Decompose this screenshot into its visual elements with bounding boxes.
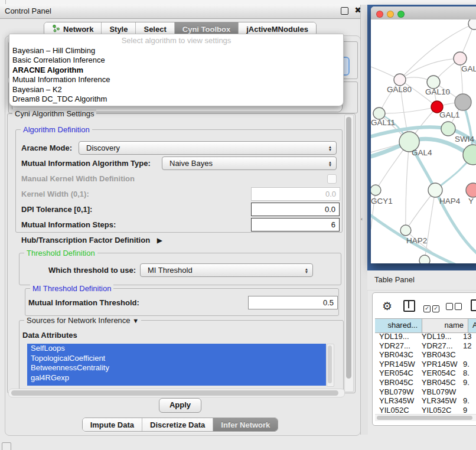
attribute-item[interactable]: gal4RGexp	[27, 373, 326, 383]
stepper-icon[interactable]: ▲▼	[327, 142, 334, 154]
bottom-tabbar: Impute DataDiscretize DataInfer Network	[82, 418, 279, 432]
columns-icon[interactable]	[403, 300, 415, 312]
attribute-item[interactable]: BetweennessCentrality	[27, 363, 326, 373]
network-edge[interactable]	[379, 107, 437, 113]
table-body: YDL19...YDL19...13YDR27...YDR27...12YBR0…	[375, 332, 476, 413]
attribute-item[interactable]: SelfLoops	[27, 344, 326, 354]
column-header[interactable]: shared...	[375, 319, 422, 332]
network-edge[interactable]	[406, 142, 409, 230]
network-node[interactable]	[428, 183, 442, 197]
dpi-tolerance-field[interactable]: 0.0	[251, 203, 340, 216]
table-cell: 9.	[459, 378, 476, 387]
algorithm-option[interactable]: Dream8 DC_TDC Algorithm	[11, 94, 342, 104]
network-edge[interactable]	[371, 190, 376, 229]
node-label: GAL80	[387, 85, 412, 94]
table-row[interactable]: YLR345WYLR345W9.	[375, 396, 476, 406]
node-label: GAL1	[439, 110, 460, 119]
attribute-item[interactable]: TopologicalCoefficient	[27, 354, 326, 364]
algorithm-dropdown: Select algorithm to view settings Bayesi…	[9, 34, 344, 106]
network-node[interactable]	[441, 122, 455, 136]
table-row[interactable]: YIL052CYIL052C9	[375, 406, 476, 413]
network-node[interactable]	[463, 145, 476, 165]
table-row[interactable]: YBR045CYBR045C9.	[375, 378, 476, 387]
table-row[interactable]: YDR27...YDR27...12	[375, 341, 476, 351]
algorithm-option[interactable]: Basic Correlation Inference	[11, 56, 342, 65]
mi-threshold-field[interactable]: 0.5	[248, 296, 338, 309]
manual-kernel-checkbox[interactable]	[327, 174, 337, 184]
network-node[interactable]	[455, 94, 471, 110]
unchecked-pair-icon[interactable]	[446, 302, 464, 312]
expand-arrow-icon[interactable]: ▶	[157, 236, 162, 244]
minimize-traffic-icon[interactable]	[387, 11, 394, 18]
partial-table-icon[interactable]	[471, 299, 476, 311]
network-node[interactable]	[419, 255, 430, 263]
attributes-vscrollbar[interactable]	[327, 344, 334, 387]
network-node[interactable]	[468, 19, 476, 30]
table-cell: YIL052C	[418, 406, 459, 413]
table-row[interactable]: YBR043CYBR043C	[375, 350, 476, 360]
dpi-tolerance-label: DPI Tolerance [0,1]:	[21, 205, 92, 214]
algorithm-option[interactable]: ARACNE Algorithm	[11, 66, 342, 75]
network-canvas[interactable]: GAL80GAL10GALGAL1GAL11SWI4GAL4HAP4YGCY1H…	[371, 19, 476, 263]
which-threshold-combo[interactable]: MI Threshold ▲▼	[140, 263, 313, 277]
collapse-arrow-icon[interactable]: ▼	[132, 317, 139, 324]
attributes-vscrollbar-thumb[interactable]	[328, 345, 332, 383]
network-node[interactable]	[373, 107, 385, 119]
top-strip-tick	[5, 0, 6, 4]
apply-button[interactable]: Apply	[159, 398, 201, 413]
hub-section-label[interactable]: Hub/Transcription Factor Definition ▶	[21, 236, 162, 244]
network-node[interactable]	[400, 225, 411, 236]
checked-pair-icon[interactable]: ✓✓	[423, 302, 441, 312]
table-cell: YBR045C	[375, 378, 418, 387]
mi-type-combo[interactable]: Naive Bayes ▲▼	[162, 156, 337, 170]
column-header[interactable]: name	[422, 319, 468, 332]
which-threshold-value: MI Threshold	[148, 266, 193, 275]
mi-steps-field[interactable]: 6	[251, 218, 340, 231]
table-row[interactable]: YER054CYER054C8.	[375, 369, 476, 378]
table-hscrollbar-thumb[interactable]	[377, 416, 472, 420]
minimized-panel-icon[interactable]	[2, 442, 11, 450]
node-label: GAL10	[425, 87, 450, 96]
network-node[interactable]	[427, 76, 440, 89]
tab-discretize-data[interactable]: Discretize Data	[142, 418, 213, 431]
aracne-mode-combo[interactable]: Discovery ▲▼	[79, 141, 337, 155]
table-cell: YER054C	[418, 369, 459, 378]
table-cell: YIL052C	[375, 406, 418, 413]
table-row[interactable]: YPR145WYPR145W9.	[375, 360, 476, 369]
zoom-traffic-icon[interactable]	[397, 11, 405, 18]
node-label: SWI4	[455, 135, 474, 144]
table-row[interactable]: YDL19...YDL19...13	[375, 332, 476, 341]
algorithm-option[interactable]: Bayesian – K2	[11, 85, 342, 94]
data-attributes-list[interactable]: SelfLoopsTopologicalCoefficientBetweenne…	[27, 344, 326, 386]
network-window-titlebar[interactable]	[371, 6, 476, 20]
network-graph: GAL80GAL10GALGAL1GAL11SWI4GAL4HAP4YGCY1H…	[371, 19, 476, 263]
table-row[interactable]: YBL079WYBL079W	[375, 387, 476, 397]
kernel-width-field[interactable]: 0.0	[251, 187, 340, 201]
settings-hscrollbar[interactable]	[8, 389, 345, 397]
stepper-icon[interactable]: ▲▼	[327, 158, 334, 169]
node-label: Y	[468, 197, 474, 206]
table-cell: YBR043C	[418, 350, 459, 360]
aracne-mode-label: Aracne Mode:	[21, 144, 72, 152]
settings-vscrollbar-thumb[interactable]	[346, 117, 351, 379]
network-node[interactable]	[371, 185, 381, 195]
close-traffic-icon[interactable]	[376, 11, 383, 18]
algorithm-option[interactable]: Bayesian – Hill Climbing	[11, 46, 342, 56]
network-node[interactable]	[454, 52, 467, 65]
stepper-icon[interactable]: ▲▼	[303, 265, 310, 276]
network-node[interactable]	[466, 183, 476, 197]
table-hscrollbar[interactable]	[375, 414, 476, 421]
algorithm-option[interactable]: Mutual Information Inference	[11, 75, 342, 84]
table-panel-titlebar: Table Panel	[367, 270, 476, 291]
float-window-icon[interactable]	[341, 7, 348, 15]
tab-label: Select	[144, 25, 166, 34]
hub-section-text: Hub/Transcription Factor Definition	[21, 236, 150, 244]
tab-infer-network[interactable]: Infer Network	[213, 418, 278, 431]
table-cell: YPR145W	[418, 360, 459, 369]
network-node[interactable]	[394, 74, 406, 86]
tab-impute-data[interactable]: Impute Data	[83, 418, 142, 431]
settings-hscrollbar-thumb[interactable]	[11, 390, 338, 396]
gear-icon[interactable]: ⚙	[382, 299, 392, 313]
settings-vscrollbar[interactable]	[344, 115, 354, 392]
column-header[interactable]: A	[468, 319, 476, 332]
